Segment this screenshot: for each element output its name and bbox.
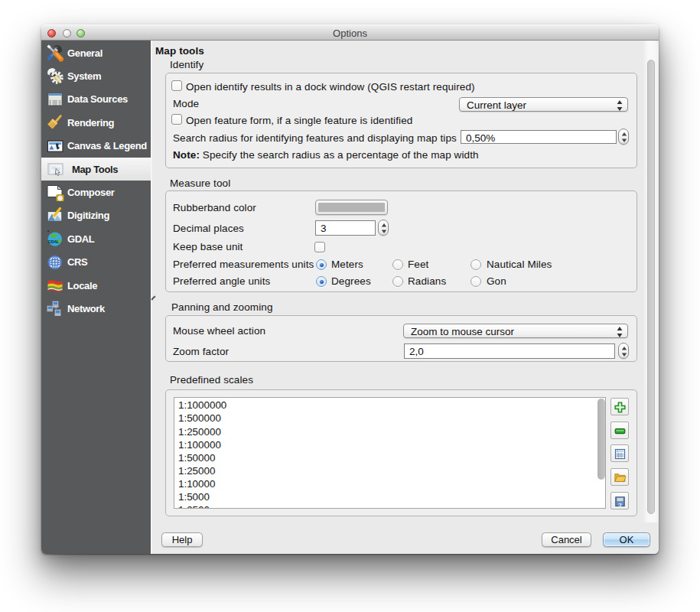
svg-text:GDAL: GDAL	[48, 240, 60, 245]
